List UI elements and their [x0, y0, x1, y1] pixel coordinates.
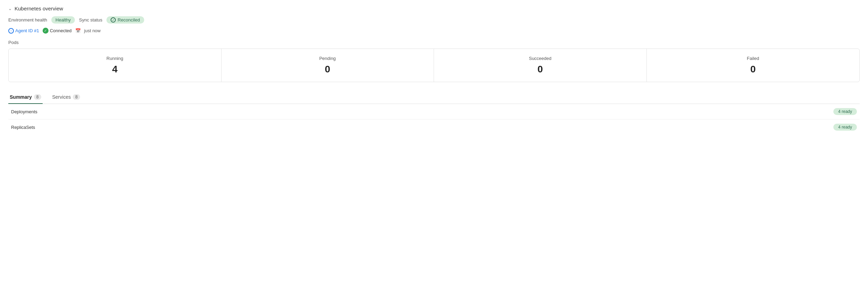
tab-summary[interactable]: Summary 8 [8, 91, 43, 104]
pods-grid: Running 4 Pending 0 Succeeded 0 Failed 0 [8, 49, 860, 82]
pod-succeeded-value: 0 [442, 64, 638, 75]
pod-pending-value: 0 [230, 64, 426, 75]
tab-services-label: Services [52, 94, 71, 100]
pod-running-value: 4 [17, 64, 213, 75]
agent-icon: ↑ [8, 28, 14, 34]
sync-badge: ✓ Reconciled [106, 16, 144, 24]
table-row: ReplicaSets 4 ready [8, 120, 860, 135]
header-row: ⌄ Kubernetes overview [8, 6, 860, 11]
tabs-row: Summary 8 Services 8 [8, 90, 860, 104]
replicasets-status-badge: 4 ready [833, 124, 857, 131]
pod-pending-label: Pending [230, 56, 426, 61]
status-row: Environment health Healthy Sync status ✓… [8, 16, 860, 24]
tab-summary-label: Summary [10, 94, 32, 100]
page-container: ⌄ Kubernetes overview Environment health… [0, 0, 868, 282]
pod-failed-label: Failed [655, 56, 851, 61]
pod-failed-value: 0 [655, 64, 851, 75]
last-sync-time: just now [84, 28, 101, 33]
pods-section-title: Pods [8, 40, 860, 45]
check-circle-icon: ✓ [111, 17, 116, 23]
pod-card-succeeded: Succeeded 0 [434, 49, 647, 82]
health-label: Environment health [8, 17, 47, 23]
health-badge: Healthy [51, 16, 75, 24]
page-title: Kubernetes overview [15, 6, 63, 11]
agent-row: ↑ Agent ID #1 ✓ Connected 📅 just now [8, 28, 860, 34]
pod-succeeded-label: Succeeded [442, 56, 638, 61]
collapse-chevron[interactable]: ⌄ [8, 6, 12, 11]
pod-card-pending: Pending 0 [222, 49, 434, 82]
tab-services[interactable]: Services 8 [51, 91, 81, 104]
pod-card-running: Running 4 [9, 49, 222, 82]
calendar-icon: 📅 [75, 28, 81, 33]
deployments-status-badge: 4 ready [833, 108, 857, 115]
tab-services-count: 8 [73, 94, 80, 100]
summary-table: Deployments 4 ready ReplicaSets 4 ready [8, 104, 860, 135]
connected-check-icon: ✓ [43, 28, 49, 34]
deployments-label: Deployments [11, 109, 37, 114]
pod-card-failed: Failed 0 [647, 49, 860, 82]
connected-badge: ✓ Connected [43, 28, 72, 34]
tab-summary-count: 8 [34, 94, 41, 100]
pod-running-label: Running [17, 56, 213, 61]
replicasets-label: ReplicaSets [11, 125, 35, 130]
table-row: Deployments 4 ready [8, 104, 860, 120]
agent-id-link[interactable]: ↑ Agent ID #1 [8, 28, 39, 34]
sync-label: Sync status [79, 17, 102, 23]
